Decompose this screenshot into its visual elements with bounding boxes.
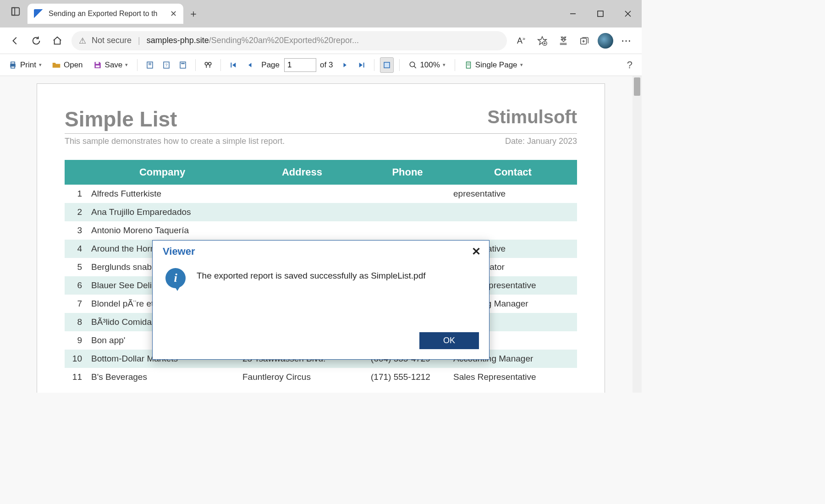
svg-rect-15 (11, 62, 15, 64)
cell-index: 7 (65, 299, 87, 309)
viewer-toolbar: Print ▾ Open Save ▾ ? Page of 3 100% ▾ S… (0, 54, 642, 76)
table-row: 11B's BeveragesFauntleroy Circus(171) 55… (65, 368, 577, 386)
cell-company: Ana Trujillo Emparedados (87, 207, 238, 217)
svg-rect-25 (182, 63, 185, 64)
browser-tab[interactable]: Sending an Exported Report to th ✕ (28, 4, 183, 24)
refresh-button[interactable] (26, 30, 47, 51)
cell-index: 8 (65, 317, 87, 327)
new-tab-button[interactable]: ＋ (183, 4, 204, 24)
svg-rect-1 (12, 8, 15, 16)
table-row: 2Ana Trujillo Emparedados (65, 203, 577, 221)
info-modal: Viewer ✕ i The exported report is saved … (152, 240, 490, 360)
modal-title: Viewer (163, 246, 195, 257)
profile-button[interactable] (595, 30, 616, 51)
svg-rect-16 (11, 66, 15, 68)
cell-index: 3 (65, 225, 87, 236)
home-button[interactable] (47, 30, 68, 51)
print-label: Print (20, 60, 36, 70)
cell-index: 5 (65, 262, 87, 272)
svg-rect-18 (95, 65, 99, 67)
print-button[interactable]: Print ▾ (5, 57, 45, 73)
cell-company: B's Beverages (87, 372, 238, 382)
table-header: Company Address Phone Contact (65, 160, 577, 185)
browser-titlebar: Sending an Exported Report to th ✕ ＋ (0, 0, 642, 27)
zoom-level: 100% (420, 60, 440, 70)
svg-rect-0 (12, 8, 20, 16)
open-label: Open (64, 60, 83, 70)
fullscreen-button[interactable] (380, 57, 394, 73)
svg-rect-32 (384, 62, 390, 68)
parameters-button[interactable]: ? (160, 57, 173, 73)
favorite-button[interactable] (532, 30, 553, 51)
col-company: Company (87, 166, 238, 178)
next-page-button[interactable] (338, 57, 352, 73)
cell-phone: (171) 555-1212 (366, 372, 449, 382)
magnifier-icon (409, 61, 417, 69)
bookmarks-panel-button[interactable] (143, 57, 157, 73)
first-page-button[interactable] (226, 57, 240, 73)
cell-index: 10 (65, 354, 87, 364)
chevron-down-icon: ▾ (125, 62, 128, 68)
more-menu-button[interactable]: ⋯ (616, 30, 637, 51)
cell-company: Alfreds Futterkiste (87, 189, 238, 199)
svg-rect-35 (466, 62, 470, 68)
col-address: Address (238, 166, 366, 178)
save-icon (93, 60, 102, 70)
viewer-content: Simple List Stimulsoft This sample demon… (0, 76, 642, 393)
scrollbar-thumb[interactable] (634, 77, 640, 96)
cell-index: 4 (65, 244, 87, 254)
window-close-button[interactable] (614, 0, 642, 27)
svg-rect-17 (95, 62, 99, 64)
col-phone: Phone (366, 166, 449, 178)
cell-index: 11 (65, 372, 87, 382)
tab-favicon-icon (34, 9, 43, 18)
browser-address-bar: ⚠ Not secure | samples-php.site /Sending… (0, 27, 642, 54)
open-button[interactable]: Open (48, 57, 87, 73)
single-page-icon (464, 61, 473, 69)
report-subtitle: This sample demonstrates how to create a… (65, 137, 285, 146)
vertical-scrollbar[interactable] (632, 76, 642, 393)
collections-button[interactable] (574, 30, 595, 51)
cell-company: Antonio Moreno Taquería (87, 225, 238, 236)
cell-index: 2 (65, 207, 87, 217)
prev-page-button[interactable] (243, 57, 257, 73)
chevron-down-icon: ▾ (39, 62, 42, 68)
tab-actions-icon[interactable] (6, 2, 25, 21)
save-button[interactable]: Save ▾ (89, 57, 132, 73)
view-mode-button[interactable]: Single Page ▾ (461, 57, 527, 73)
address-input[interactable]: ⚠ Not secure | samples-php.site /Sending… (72, 31, 507, 50)
info-icon: i (165, 268, 186, 288)
security-label: Not secure (92, 36, 132, 45)
find-button[interactable] (201, 57, 215, 73)
back-button[interactable] (5, 30, 26, 51)
url-path: /Sending%20an%20Exported%20repor... (209, 36, 359, 45)
last-page-button[interactable] (355, 57, 368, 73)
table-row: 1Alfreds Futterkisteepresentative (65, 185, 577, 203)
cell-address: Fauntleroy Circus (238, 372, 366, 382)
svg-point-26 (205, 62, 208, 65)
page-total: of 3 (320, 60, 333, 70)
cell-contact: epresentative (449, 189, 577, 199)
read-aloud-button[interactable]: A» (511, 30, 532, 51)
report-date: Date: January 2023 (505, 137, 577, 146)
chevron-down-icon: ▾ (520, 62, 523, 68)
help-button[interactable]: ? (627, 59, 637, 71)
resources-button[interactable] (176, 57, 190, 73)
save-label: Save (105, 60, 123, 70)
col-contact: Contact (449, 166, 577, 178)
tab-close-icon[interactable]: ✕ (165, 9, 177, 19)
report-brand: Stimulsoft (487, 107, 577, 127)
security-warning-icon: ⚠ (79, 36, 86, 46)
zoom-button[interactable]: 100% ▾ (405, 57, 449, 73)
svg-point-33 (410, 62, 415, 67)
ok-button[interactable]: OK (419, 332, 479, 349)
cell-index: 6 (65, 280, 87, 290)
url-host: samples-php.site (147, 36, 209, 45)
chevron-down-icon: ▾ (443, 62, 446, 68)
favorites-list-button[interactable] (553, 30, 574, 51)
window-minimize-button[interactable] (559, 0, 587, 27)
window-maximize-button[interactable] (587, 0, 614, 27)
modal-close-button[interactable]: ✕ (472, 245, 481, 258)
folder-icon (52, 60, 61, 70)
page-number-input[interactable] (284, 58, 316, 72)
